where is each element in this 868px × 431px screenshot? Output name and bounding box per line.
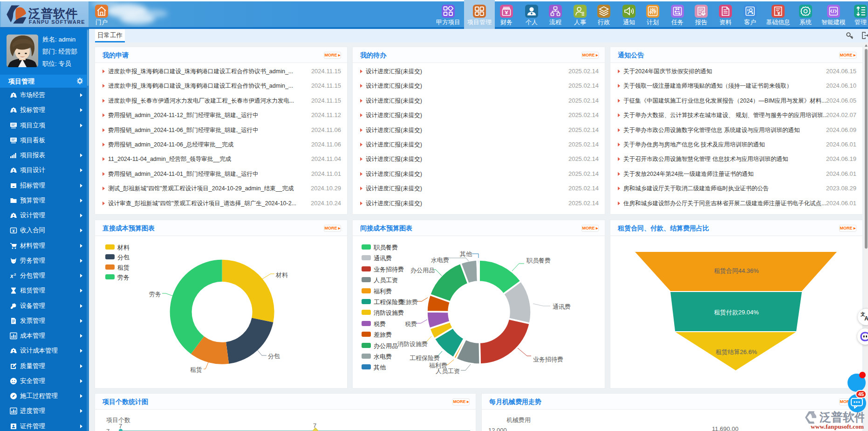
svg-text:A: A <box>864 315 868 322</box>
svg-text:¥: ¥ <box>12 229 14 233</box>
svg-text:2: 2 <box>14 272 16 277</box>
svg-text:x: x <box>10 273 14 279</box>
